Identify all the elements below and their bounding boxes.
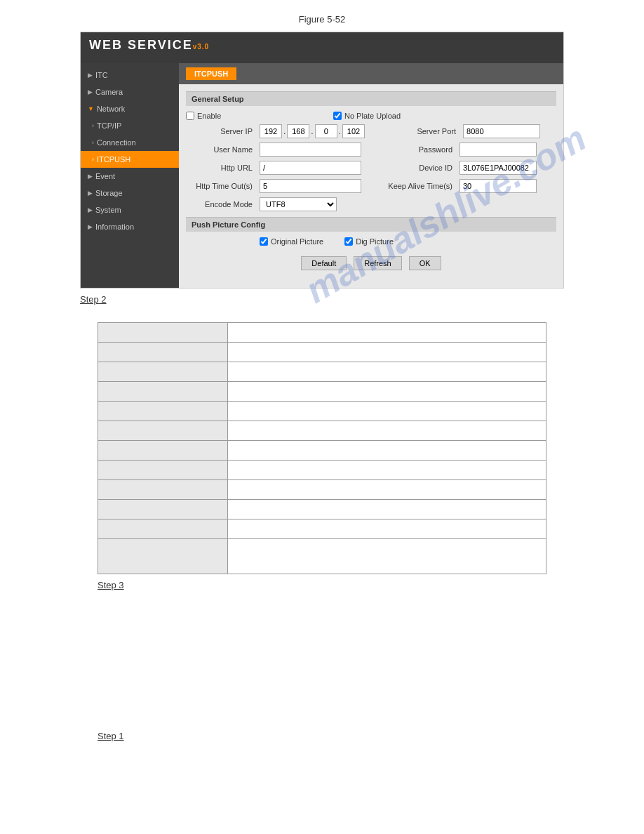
tab-bar: ITCPUSH: [179, 63, 563, 84]
sidebar-item-tcpip[interactable]: › TCP/IP: [81, 117, 179, 134]
section-push-picture: Push Picture Config: [186, 217, 556, 232]
ip-field-3[interactable]: [315, 124, 337, 138]
server-port-label: Server Port: [372, 127, 456, 135]
table-cell-label: [98, 461, 228, 480]
sidebar-item-itc[interactable]: ▶ ITC: [81, 67, 179, 84]
ws-body: ▶ ITC ▶ Camera ▼ Network › TCP/IP: [81, 63, 563, 288]
arrow-icon: ▶: [88, 206, 93, 213]
sidebar-label-itcpush: ITCPUSH: [97, 155, 130, 164]
sidebar-item-itcpush[interactable]: › ITCPUSH: [81, 151, 179, 168]
original-picture-label: Original Picture: [271, 237, 323, 246]
picture-config-row: Original Picture Dig Picture: [186, 237, 556, 246]
ip-field-1[interactable]: [260, 124, 282, 138]
ip-field-2[interactable]: [287, 124, 309, 138]
sidebar-item-network[interactable]: ▼ Network: [81, 100, 179, 117]
table-row: [98, 519, 546, 539]
sidebar-item-event[interactable]: ▶ Event: [81, 168, 179, 185]
sidebar-label-information: Information: [95, 223, 134, 231]
device-id-input[interactable]: [459, 161, 537, 175]
table-cell-value: [228, 362, 546, 382]
table-row: [98, 323, 546, 343]
ip-field-4[interactable]: [342, 124, 365, 138]
sidebar-item-storage[interactable]: ▶ Storage: [81, 185, 179, 201]
table-cell-label: [98, 421, 228, 441]
table-row: [98, 343, 546, 362]
sidebar-item-connection[interactable]: › Connection: [81, 134, 179, 151]
button-row: Default Refresh OK: [186, 256, 556, 270]
table-cell-value: [228, 539, 546, 574]
dig-picture-label: Dig Picture: [356, 237, 394, 246]
webservice-panel: WEB SERVICEv3.0 ▶ ITC ▶ Camera ▼: [80, 32, 564, 289]
encode-mode-row: Encode Mode UTF8 GBK: [186, 197, 556, 211]
ws-sidebar: ▶ ITC ▶ Camera ▼ Network › TCP/IP: [81, 63, 179, 288]
table-cell-label: [98, 480, 228, 500]
ip-group: . . .: [260, 124, 365, 138]
sidebar-label-storage: Storage: [95, 189, 123, 197]
table-row: [98, 421, 546, 441]
table-cell-label: [98, 402, 228, 421]
encode-mode-label: Encode Mode: [186, 200, 253, 208]
server-ip-label: Server IP: [186, 127, 253, 135]
table-cell-label: [98, 500, 228, 519]
step2-label: Step 2: [80, 294, 564, 305]
sidebar-item-system[interactable]: ▶ System: [81, 201, 179, 218]
table-cell-value: [228, 343, 546, 362]
username-input[interactable]: [260, 143, 361, 157]
arrow-icon: ▶: [88, 190, 93, 197]
password-input[interactable]: [459, 143, 537, 157]
step3-label: Step 3: [98, 580, 546, 590]
main-content: General Setup Enable No Plate Upload: [179, 84, 563, 277]
table-cell-label: [98, 323, 228, 343]
tab-itcpush[interactable]: ITCPUSH: [186, 67, 236, 80]
arrow-icon: ▶: [88, 88, 93, 95]
table-cell-value: [228, 461, 546, 480]
sidebar-label-tcpip: TCP/IP: [97, 121, 121, 130]
no-plate-upload-checkbox[interactable]: [333, 112, 342, 120]
table-row: [98, 500, 546, 519]
sidebar-item-information[interactable]: ▶ Information: [81, 218, 179, 235]
table-cell-value: [228, 500, 546, 519]
table-cell-value: [228, 441, 546, 461]
device-id-label: Device ID: [368, 164, 452, 172]
keep-alive-label: Keep Alive Time(s): [368, 182, 452, 190]
sidebar-label-itc: ITC: [95, 71, 108, 79]
username-row: User Name Password: [186, 143, 556, 157]
table-cell-value: [228, 323, 546, 343]
table-cell-label: [98, 382, 228, 402]
http-url-row: Http URL Device ID: [186, 161, 556, 175]
arrow-icon: ▼: [88, 105, 94, 112]
enable-checkbox[interactable]: [186, 112, 194, 120]
table-cell-label: [98, 519, 228, 539]
http-url-input[interactable]: [260, 161, 361, 175]
arrow-icon: ›: [92, 156, 94, 163]
ws-header: WEB SERVICEv3.0: [81, 32, 563, 63]
sidebar-label-camera: Camera: [95, 88, 123, 96]
table-row: [98, 461, 546, 480]
table-row: [98, 441, 546, 461]
server-port-input[interactable]: [463, 124, 540, 138]
table-row: [98, 480, 546, 500]
dig-picture-checkbox[interactable]: [344, 237, 353, 246]
http-timeout-label: Http Time Out(s): [186, 182, 253, 190]
encode-mode-select[interactable]: UTF8 GBK: [260, 197, 337, 211]
enable-row: Enable No Plate Upload: [186, 112, 556, 120]
figure-label: Figure 5-52: [28, 14, 616, 25]
sidebar-item-camera[interactable]: ▶ Camera: [81, 84, 179, 100]
original-picture-checkbox[interactable]: [260, 237, 268, 246]
ws-logo: WEB SERVICEv3.0: [89, 38, 209, 58]
default-button[interactable]: Default: [301, 256, 347, 270]
refresh-button[interactable]: Refresh: [354, 256, 402, 270]
table-cell-value: [228, 480, 546, 500]
table-row: [98, 402, 546, 421]
step1-label: Step 1: [98, 731, 546, 741]
table-cell-value: [228, 402, 546, 421]
data-table: [98, 322, 546, 574]
ok-button[interactable]: OK: [409, 256, 441, 270]
table-cell-label: [98, 362, 228, 382]
http-timeout-input[interactable]: [260, 179, 361, 193]
enable-label: Enable: [197, 112, 221, 120]
keep-alive-input[interactable]: [459, 179, 537, 193]
arrow-icon: ▶: [88, 223, 93, 230]
table-row-tall: [98, 539, 546, 574]
http-url-label: Http URL: [186, 164, 253, 172]
